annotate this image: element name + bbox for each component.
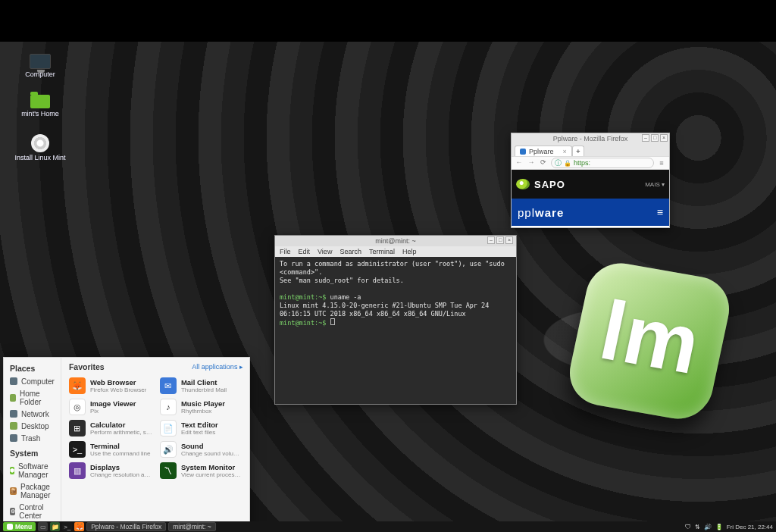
app-icon: >_: [69, 441, 86, 458]
app-icon: ♪: [160, 399, 177, 415]
app-text-editor[interactable]: 📄Text EditorEdit text files: [158, 418, 245, 438]
desktop-icon-home[interactable]: mint's Home: [14, 95, 67, 117]
app-web-browser[interactable]: 🦊Web BrowserFirefox Web Browser: [67, 376, 154, 396]
site-menu-button[interactable]: ≡: [657, 206, 663, 218]
reload-button[interactable]: ⟳: [539, 158, 548, 167]
sidebar-item-network[interactable]: Network: [4, 408, 61, 420]
desktop-icon-computer[interactable]: Computer: [14, 54, 67, 78]
terminal-menu-terminal[interactable]: Terminal: [369, 248, 395, 255]
clock[interactable]: Fri Dec 21, 22:44: [727, 524, 773, 530]
taskbar-task[interactable]: Pplware - Mozilla Firefox: [86, 522, 166, 531]
info-icon[interactable]: ⓘ: [555, 158, 562, 168]
app-icon: 🔊: [160, 441, 177, 458]
app-name: System Monitor: [181, 463, 243, 471]
sidebar-item-desktop[interactable]: Desktop: [4, 420, 61, 432]
app-mail-client[interactable]: ✉Mail ClientThunderbird Mail: [158, 376, 245, 396]
hamburger-menu-button[interactable]: ≡: [657, 159, 666, 167]
minimize-button[interactable]: –: [487, 236, 495, 244]
terminal-window[interactable]: mint@mint: ~ – □ × FileEditViewSearchTer…: [274, 235, 517, 405]
back-button[interactable]: ←: [515, 158, 524, 167]
sidebar-item-label: Computer: [21, 377, 55, 386]
files-launcher[interactable]: 📁: [50, 522, 60, 531]
app-desc: Pix: [90, 408, 136, 415]
sidebar-item-package-manager[interactable]: 📦Package Manager: [4, 480, 61, 501]
cursor-icon: [330, 318, 335, 325]
desktop-icon-label: mint's Home: [21, 110, 59, 117]
desktop-icon-install[interactable]: Install Linux Mint: [14, 134, 67, 161]
places-header: Places: [4, 362, 61, 375]
browser-toolbar: ← → ⟳ ⓘ 🔒 https: ≡: [512, 156, 669, 170]
app-system-monitor[interactable]: 〽System MonitorView current process…: [158, 461, 245, 480]
close-button[interactable]: ×: [505, 236, 513, 244]
app-desc: Use the command line: [90, 450, 151, 457]
desktop[interactable]: lm Computer mint's Home Install Linux Mi…: [0, 42, 776, 523]
lock-icon: 🔒: [564, 160, 571, 167]
terminal-menu-file[interactable]: File: [280, 248, 291, 255]
battery-icon[interactable]: 🔋: [715, 524, 723, 530]
taskbar: Menu ▭ 📁 >_ 🦊 Pplware - Mozilla Firefox …: [0, 521, 776, 532]
app-icon: ⊞: [69, 420, 86, 437]
window-title: Pplware - Mozilla Firefox: [553, 135, 628, 142]
system-icon: 📦: [10, 487, 17, 495]
window-titlebar[interactable]: mint@mint: ~ – □ ×: [275, 236, 516, 246]
sidebar-item-label: Desktop: [21, 422, 49, 430]
maximize-button[interactable]: □: [496, 236, 504, 244]
sidebar-item-trash[interactable]: Trash: [4, 432, 61, 444]
terminal-menu-view[interactable]: View: [318, 248, 332, 255]
url-bar[interactable]: ⓘ 🔒 https:: [551, 158, 654, 168]
app-name: Calculator: [90, 421, 152, 429]
sidebar-item-label: Network: [21, 410, 49, 418]
app-terminal[interactable]: >_TerminalUse the command line: [67, 440, 154, 459]
app-calculator[interactable]: ⊞CalculatorPerform arithmetic, s…: [67, 418, 154, 438]
sidebar-item-label: Home Folder: [20, 390, 55, 406]
app-desc: Firefox Web Browser: [90, 386, 147, 393]
all-applications-link[interactable]: All applications ▸: [192, 363, 243, 371]
app-name: Web Browser: [90, 378, 147, 386]
place-icon: [10, 410, 17, 418]
app-name: Displays: [90, 463, 152, 471]
app-sound[interactable]: 🔊SoundChange sound volum…: [158, 440, 245, 459]
volume-icon[interactable]: 🔊: [704, 524, 712, 530]
maximize-button[interactable]: □: [651, 134, 659, 142]
favorites-header: Favorites: [69, 362, 105, 371]
show-desktop-button[interactable]: ▭: [38, 522, 48, 531]
sidebar-item-computer[interactable]: Computer: [4, 375, 61, 387]
app-music-player[interactable]: ♪Music PlayerRhythmbox: [158, 397, 245, 417]
app-name: Music Player: [181, 399, 225, 408]
forward-button[interactable]: →: [527, 158, 536, 167]
minimize-button[interactable]: –: [642, 134, 649, 142]
sidebar-item-label: Control Center: [19, 503, 55, 520]
menu-main: Favorites All applications ▸ 🦊Web Browse…: [61, 358, 251, 532]
terminal-menu-search[interactable]: Search: [340, 248, 361, 255]
pplware-logo[interactable]: pplware: [518, 206, 564, 219]
menu-button[interactable]: Menu: [3, 522, 36, 531]
firefox-launcher[interactable]: 🦊: [74, 522, 84, 531]
network-icon[interactable]: ⇅: [695, 524, 700, 530]
app-image-viewer[interactable]: ◎Image ViewerPix: [67, 397, 154, 417]
browser-tab[interactable]: Pplware ×: [515, 146, 572, 156]
mint-icon: [7, 524, 13, 530]
shield-icon[interactable]: 🛡: [685, 524, 691, 530]
window-titlebar[interactable]: Pplware - Mozilla Firefox – □ ×: [512, 133, 669, 144]
close-button[interactable]: ×: [660, 134, 668, 142]
new-tab-button[interactable]: +: [572, 146, 584, 156]
sidebar-item-control-center[interactable]: ⚙Control Center: [4, 501, 61, 521]
close-tab-icon[interactable]: ×: [563, 148, 567, 155]
taskbar-task[interactable]: mint@mint: ~: [168, 522, 215, 531]
menu-button-label: Menu: [15, 523, 32, 530]
firefox-window[interactable]: Pplware - Mozilla Firefox – □ × Pplware …: [511, 133, 670, 228]
app-displays[interactable]: ▥DisplaysChange resolution an…: [67, 461, 154, 480]
window-title: mint@mint: ~: [375, 237, 415, 245]
sapo-mais[interactable]: MAIS ▾: [645, 181, 665, 188]
terminal-menu-edit[interactable]: Edit: [299, 248, 311, 255]
terminal-launcher[interactable]: >_: [62, 522, 72, 531]
terminal-screen[interactable]: To run a command as administrator (user …: [275, 257, 516, 404]
folder-icon: [30, 95, 50, 108]
start-menu[interactable]: Places ComputerHome FolderNetworkDesktop…: [3, 357, 250, 532]
sidebar-item-home-folder[interactable]: Home Folder: [4, 387, 61, 408]
terminal-menu-help[interactable]: Help: [402, 248, 417, 255]
app-desc: Perform arithmetic, s…: [90, 429, 152, 436]
disc-icon: [31, 134, 49, 152]
sidebar-item-software-manager[interactable]: ⬢Software Manager: [4, 460, 61, 480]
favicon-icon: [520, 149, 526, 155]
